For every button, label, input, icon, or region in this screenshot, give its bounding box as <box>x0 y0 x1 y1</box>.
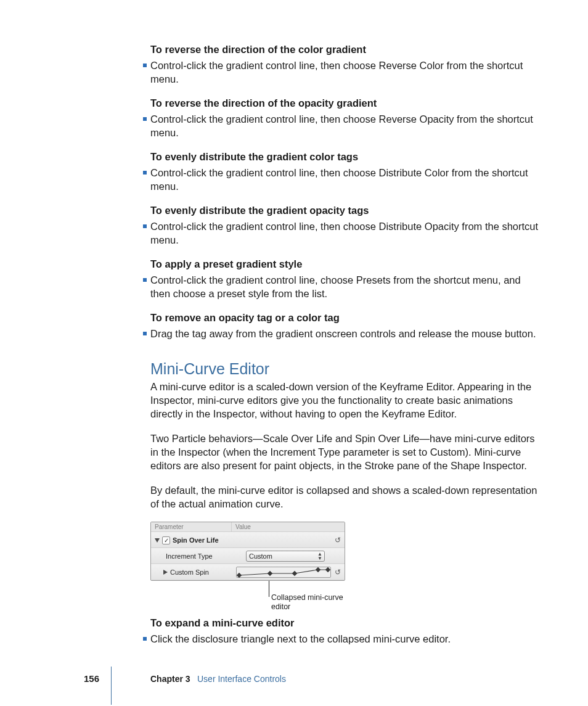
popup-arrows-icon: ▲▼ <box>317 552 322 560</box>
reset-icon[interactable]: ↺ <box>335 568 341 577</box>
popup-value: Custom <box>249 552 272 560</box>
inspector-header: Parameter Value <box>151 522 345 532</box>
chapter-label: Chapter 3 <box>150 674 190 684</box>
mini-curve-editor[interactable] <box>236 567 331 578</box>
row-title: Spin Over Life <box>173 536 219 544</box>
inspector-row-custom-spin: Custom Spin ↺ <box>151 564 345 580</box>
inspector-figure: Parameter Value ✓ Spin Over Life ↺ Incre… <box>150 522 542 609</box>
instruction-heading: To reverse the direction of the opacity … <box>150 97 542 110</box>
bullet-text: Control-click the gradient control line,… <box>150 166 542 193</box>
instruction-heading: To reverse the direction of the color gr… <box>150 43 542 56</box>
instruction-section: To apply a preset gradient style Control… <box>150 258 542 300</box>
bullet-text: Drag the tag away from the gradient onsc… <box>150 327 542 340</box>
check-icon: ✓ <box>164 537 169 544</box>
bullet-square-icon <box>143 637 147 641</box>
instruction-heading: To evenly distribute the gradient opacit… <box>150 204 542 217</box>
callout-line <box>269 581 269 597</box>
row-label: Increment Type <box>151 552 242 560</box>
page-number: 156 <box>84 673 99 684</box>
bullet-text: Control-click the gradient control line,… <box>150 220 542 247</box>
callout-label: Collapsed mini-curve editor <box>271 593 351 612</box>
disclosure-triangle-right-icon[interactable] <box>163 570 168 575</box>
header-parameter: Parameter <box>151 522 232 532</box>
bullet-item: Control-click the gradient control line,… <box>143 220 542 247</box>
bullet-text: Control-click the gradient control line,… <box>150 273 542 300</box>
bullet-square-icon <box>143 224 147 228</box>
row-value: ↺ <box>231 536 345 544</box>
inspector-panel: Parameter Value ✓ Spin Over Life ↺ Incre… <box>150 522 345 581</box>
bullet-item: Control-click the gradient control line,… <box>143 273 542 300</box>
figure-callout: Collapsed mini-curve editor <box>150 581 344 609</box>
bullet-text: Control-click the gradient control line,… <box>150 112 542 139</box>
page-footer: 156 Chapter 3 User Interface Controls <box>0 669 588 684</box>
instruction-heading: To expand a mini-curve editor <box>150 617 542 630</box>
row-label: Custom Spin <box>151 568 232 576</box>
document-page: To reverse the direction of the color gr… <box>0 0 588 706</box>
chapter-title: User Interface Controls <box>197 674 286 684</box>
bullet-square-icon <box>143 278 147 282</box>
bullet-text: Control-click the gradient control line,… <box>150 59 542 86</box>
instruction-heading: To evenly distribute the gradient color … <box>150 150 542 163</box>
body-paragraph: By default, the mini-curve editor is col… <box>150 483 542 511</box>
row-value: ↺ <box>232 567 345 578</box>
footer-rule <box>111 667 112 705</box>
instruction-section: To reverse the direction of the opacity … <box>150 97 542 139</box>
section-title: Mini-Curve Editor <box>150 360 542 377</box>
page-content: To reverse the direction of the color gr… <box>150 43 542 646</box>
bullet-square-icon <box>143 64 147 67</box>
reset-icon[interactable]: ↺ <box>335 536 341 544</box>
inspector-row-increment-type: Increment Type Custom ▲▼ <box>151 548 345 564</box>
disclosure-triangle-down-icon[interactable] <box>155 538 160 543</box>
instruction-section: To expand a mini-curve editor Click the … <box>150 617 542 646</box>
bullet-item: Click the disclosure triangle next to th… <box>143 632 542 646</box>
bullet-square-icon <box>143 332 147 335</box>
checkbox[interactable]: ✓ <box>162 536 170 544</box>
bullet-square-icon <box>143 117 147 121</box>
header-value: Value <box>232 522 345 532</box>
instruction-section: To remove an opacity tag or a color tag … <box>150 311 542 340</box>
row-label: ✓ Spin Over Life <box>151 536 231 544</box>
instruction-section: To evenly distribute the gradient color … <box>150 150 542 193</box>
body-paragraph: A mini-curve editor is a scaled-down ver… <box>150 380 542 421</box>
instruction-heading: To apply a preset gradient style <box>150 258 542 271</box>
bullet-item: Control-click the gradient control line,… <box>143 166 542 193</box>
body-paragraph: Two Particle behaviors—Scale Over Life a… <box>150 432 542 472</box>
bullet-square-icon <box>143 171 147 174</box>
bullet-item: Drag the tag away from the gradient onsc… <box>143 327 542 340</box>
instruction-section: To evenly distribute the gradient opacit… <box>150 204 542 247</box>
bullet-item: Control-click the gradient control line,… <box>143 112 542 139</box>
bullet-text: Click the disclosure triangle next to th… <box>150 632 542 646</box>
row-value: Custom ▲▼ <box>242 551 345 562</box>
row-title: Custom Spin <box>170 568 209 576</box>
instruction-section: To reverse the direction of the color gr… <box>150 43 542 86</box>
inspector-row-spin-over-life: ✓ Spin Over Life ↺ <box>151 532 345 548</box>
bullet-item: Control-click the gradient control line,… <box>143 59 542 86</box>
increment-type-popup[interactable]: Custom ▲▼ <box>246 551 325 562</box>
instruction-heading: To remove an opacity tag or a color tag <box>150 311 542 324</box>
